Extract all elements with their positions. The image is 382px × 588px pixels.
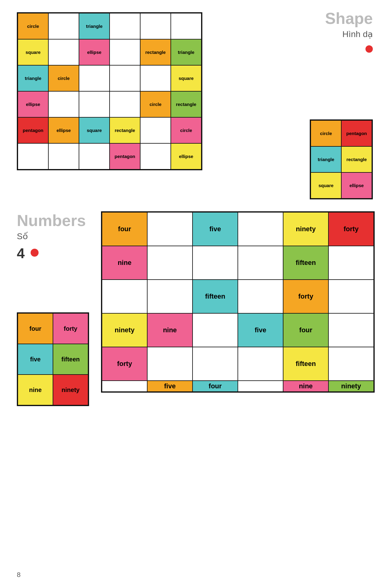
numbers-big-cell: nine — [102, 246, 147, 280]
numbers-big-cell — [238, 212, 283, 246]
numbers-big-cell: four — [283, 313, 328, 347]
shapes-small-cell: pentagon — [341, 120, 372, 146]
so-label: Số — [17, 231, 28, 241]
shapes-main-cell: square — [171, 65, 201, 91]
numbers-big-cell — [238, 347, 283, 381]
numbers-big-cell — [238, 246, 283, 280]
numbers-small-cell: ninety — [53, 375, 88, 405]
numbers-small-grid: fourfortyfivefifteennineninety — [17, 312, 89, 406]
numbers-big-cell — [193, 313, 238, 347]
shapes-main-cell: circle — [18, 13, 48, 39]
shapes-main-cell — [140, 13, 171, 39]
shapes-main-cell: triangle — [79, 13, 110, 39]
shapes-main-cell: rectangle — [171, 91, 201, 117]
numbers-big-cell: forty — [283, 280, 328, 313]
shapes-main-cell: square — [79, 117, 110, 143]
shapes-small-cell: circle — [311, 120, 341, 146]
shapes-main-cell: ellipse — [48, 117, 79, 143]
numbers-big-cell: four — [193, 381, 238, 392]
shapes-main-cell: triangle — [171, 39, 201, 65]
numbers-small-cell: forty — [53, 313, 88, 344]
shapes-main-cell: rectangle — [110, 117, 140, 143]
shapes-main-cell: square — [18, 39, 48, 65]
numbers-big-cell: ninety — [283, 212, 328, 246]
shapes-main-cell — [48, 39, 79, 65]
shapes-small-cell: square — [311, 172, 341, 198]
shapes-small-cell: rectangle — [341, 146, 372, 172]
shapes-main-grid: circletrianglesquareellipserectangletria… — [17, 12, 202, 170]
shapes-main-cell — [140, 143, 171, 169]
shapes-main-cell — [140, 117, 171, 143]
numbers-big-grid: fourfiveninetyfortyninefifteenfifteenfor… — [101, 211, 375, 393]
shapes-main-cell — [110, 65, 140, 91]
shapes-main-cell: ellipse — [18, 91, 48, 117]
numbers-big-cell: nine — [283, 381, 328, 392]
numbers-big-cell: fifteen — [283, 347, 328, 381]
shapes-main-cell — [18, 143, 48, 169]
shapes-small-cell: ellipse — [341, 172, 372, 198]
shapes-main-cell — [110, 39, 140, 65]
shapes-main-cell — [48, 143, 79, 169]
numbers-big-cell: five — [147, 381, 193, 392]
numbers-big-cell — [328, 347, 374, 381]
numbers-big-cell — [193, 246, 238, 280]
shapes-main-cell — [140, 65, 171, 91]
shapes-main-cell — [48, 13, 79, 39]
numbers-small-cell: fifteen — [53, 344, 88, 375]
numbers-big-cell: ninety — [328, 381, 374, 392]
numbers-big-cell — [147, 280, 193, 313]
numbers-big-cell — [102, 381, 147, 392]
numbers-big-cell: fifteen — [283, 246, 328, 280]
shapes-subtitle: Hình dạ — [343, 29, 373, 39]
shapes-main-cell — [79, 143, 110, 169]
numbers-big-cell — [238, 381, 283, 392]
digit-label: 4 — [17, 245, 25, 262]
shapes-main-cell: circle — [140, 91, 171, 117]
shapes-main-cell: circle — [48, 65, 79, 91]
numbers-big-cell: forty — [102, 347, 147, 381]
numbers-small-cell: nine — [18, 375, 53, 405]
numbers-title: Numbers — [17, 211, 86, 230]
shapes-main-cell — [79, 91, 110, 117]
numbers-small-cell: four — [18, 313, 53, 344]
shapes-main-cell — [110, 91, 140, 117]
shapes-main-cell: circle — [171, 117, 201, 143]
numbers-big-cell: ninety — [102, 313, 147, 347]
shapes-main-cell — [110, 13, 140, 39]
numbers-big-cell — [147, 347, 193, 381]
shapes-title: Shape — [325, 9, 373, 28]
shapes-main-cell: pentagon — [110, 143, 140, 169]
shapes-red-dot — [365, 45, 373, 53]
shapes-small-cell: triangle — [311, 146, 341, 172]
numbers-big-cell: forty — [328, 212, 374, 246]
numbers-big-cell: four — [102, 212, 147, 246]
page-number: 8 — [17, 571, 21, 579]
numbers-red-dot — [31, 249, 39, 257]
numbers-big-cell — [328, 313, 374, 347]
numbers-big-cell — [328, 246, 374, 280]
shapes-main-cell — [48, 91, 79, 117]
shapes-main-cell: ellipse — [171, 143, 201, 169]
shapes-main-cell: pentagon — [18, 117, 48, 143]
shapes-main-cell: ellipse — [79, 39, 110, 65]
numbers-big-cell: five — [193, 212, 238, 246]
numbers-big-cell — [193, 347, 238, 381]
numbers-big-cell: five — [238, 313, 283, 347]
shapes-small-grid: circlepentagontrianglerectanglesquareell… — [310, 119, 373, 199]
shapes-main-cell — [171, 13, 201, 39]
numbers-big-cell — [102, 280, 147, 313]
numbers-big-cell — [328, 280, 374, 313]
numbers-big-cell — [147, 246, 193, 280]
numbers-big-cell — [147, 212, 193, 246]
numbers-big-cell: fifteen — [193, 280, 238, 313]
numbers-big-cell: nine — [147, 313, 193, 347]
numbers-big-cell — [238, 280, 283, 313]
shapes-main-cell: triangle — [18, 65, 48, 91]
numbers-small-cell: five — [18, 344, 53, 375]
shapes-main-cell — [79, 65, 110, 91]
shapes-main-cell: rectangle — [140, 39, 171, 65]
